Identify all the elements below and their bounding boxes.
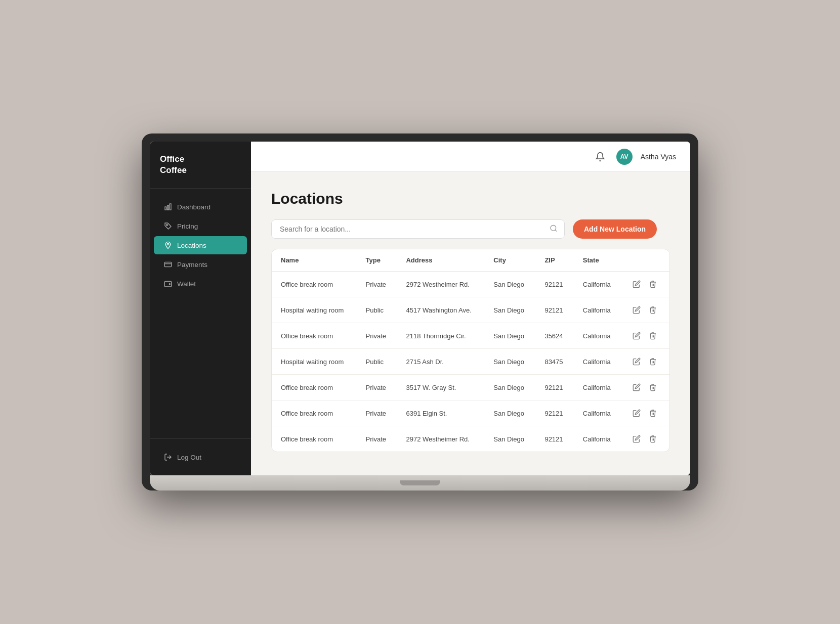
cell-actions [622,375,669,400]
col-city: City [484,249,535,272]
edit-button[interactable] [631,408,642,419]
cell-city: San Diego [484,426,535,452]
logout-button[interactable]: Log Out [154,448,247,466]
location-icon [164,241,172,249]
edit-button[interactable] [631,433,642,444]
search-wrapper [271,219,565,239]
cell-name: Office break room [272,426,357,452]
cell-type: Private [357,375,397,400]
cell-actions [622,272,669,297]
cell-name: Office break room [272,400,357,426]
table-header: Name Type Address City ZIP State [272,249,669,272]
table-body: Office break roomPrivate2972 Westheimer … [272,272,669,452]
cell-name: Hospital waiting room [272,349,357,375]
cell-address: 2118 Thornridge Cir. [397,323,484,349]
delete-button[interactable] [647,356,658,367]
locations-table-container: Name Type Address City ZIP State Office … [271,249,670,452]
table-row: Office break roomPrivate3517 W. Gray St.… [272,375,669,400]
cell-type: Private [357,400,397,426]
cell-name: Hospital waiting room [272,297,357,323]
search-input[interactable] [271,219,565,239]
table-row: Hospital waiting roomPublic4517 Washingt… [272,297,669,323]
cell-type: Private [357,426,397,452]
cell-state: California [574,375,622,400]
cell-name: Office break room [272,272,357,297]
col-address: Address [397,249,484,272]
cell-name: Office break room [272,323,357,349]
table-row: Office break roomPrivate2972 Westheimer … [272,426,669,452]
cell-type: Public [357,297,397,323]
cell-zip: 92121 [535,272,573,297]
tag-icon [164,222,172,230]
edit-button[interactable] [631,304,642,316]
add-new-location-button[interactable]: Add New Location [573,219,657,239]
cell-city: San Diego [484,323,535,349]
edit-button[interactable] [631,356,642,367]
sidebar-item-payments[interactable]: Payments [154,255,247,274]
sidebar-item-dashboard[interactable]: Dashboard [154,198,247,216]
svg-point-4 [167,244,169,245]
delete-button[interactable] [647,304,658,316]
delete-button[interactable] [647,330,658,341]
cell-address: 6391 Elgin St. [397,400,484,426]
col-state: State [574,249,622,272]
notification-bell-button[interactable] [592,149,608,165]
main-content: AV Astha Vyas Locations [251,142,690,475]
svg-point-9 [551,226,556,231]
cell-actions [622,349,669,375]
cell-state: California [574,349,622,375]
delete-button[interactable] [647,382,658,393]
cell-type: Private [357,272,397,297]
cell-actions [622,400,669,426]
delete-button[interactable] [647,433,658,444]
avatar: AV [616,149,633,165]
cell-address: 2972 Westheimer Rd. [397,272,484,297]
wallet-icon [164,280,172,288]
edit-button[interactable] [631,279,642,290]
cell-state: California [574,426,622,452]
svg-point-3 [166,225,168,226]
svg-line-10 [555,230,557,232]
sidebar-item-locations[interactable]: Locations [154,236,247,254]
app-logo: Office Coffee [150,142,251,189]
cell-city: San Diego [484,349,535,375]
chart-bar-icon [164,203,172,211]
cell-zip: 92121 [535,297,573,323]
cell-state: California [574,297,622,323]
table-row: Hospital waiting roomPublic2715 Ash Dr.S… [272,349,669,375]
col-name: Name [272,249,357,272]
cell-city: San Diego [484,297,535,323]
logout-icon [164,453,172,461]
page-content: Locations Add New Location [251,172,690,475]
cell-city: San Diego [484,272,535,297]
username-label: Astha Vyas [641,153,676,161]
laptop-screen: Office Coffee Dashboard [150,142,690,475]
delete-button[interactable] [647,279,658,290]
sidebar-nav: Dashboard Pricing [150,189,251,438]
col-zip: ZIP [535,249,573,272]
cell-zip: 92121 [535,400,573,426]
edit-button[interactable] [631,382,642,393]
col-actions [622,249,669,272]
cell-state: California [574,400,622,426]
cell-zip: 92121 [535,426,573,452]
page-title: Locations [271,190,670,207]
laptop-frame: Office Coffee Dashboard [142,133,698,491]
search-icon [550,225,558,234]
delete-button[interactable] [647,408,658,419]
edit-button[interactable] [631,330,642,341]
cell-name: Office break room [272,375,357,400]
cell-zip: 92121 [535,375,573,400]
cell-actions [622,297,669,323]
sidebar-item-wallet[interactable]: Wallet [154,275,247,293]
credit-card-icon [164,260,172,269]
toolbar: Add New Location [271,219,670,239]
svg-point-7 [169,284,170,285]
col-type: Type [357,249,397,272]
svg-rect-5 [164,262,171,267]
sidebar-item-pricing[interactable]: Pricing [154,217,247,235]
cell-city: San Diego [484,375,535,400]
cell-type: Private [357,323,397,349]
cell-state: California [574,323,622,349]
svg-rect-1 [167,205,169,210]
